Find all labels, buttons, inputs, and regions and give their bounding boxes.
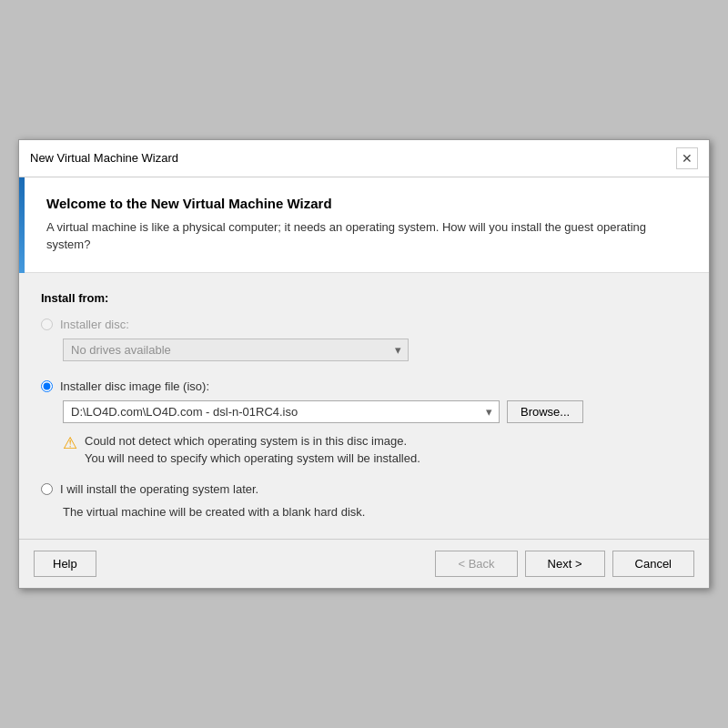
content-area: Install from: Installer disc: No drives … (19, 273, 709, 540)
button-bar: Help < Back Next > Cancel (19, 539, 709, 588)
later-radio-row: I will install the operating system late… (41, 482, 687, 496)
iso-label: Installer disc image file (iso): (60, 379, 209, 393)
header-section: Welcome to the New Virtual Machine Wizar… (19, 177, 709, 273)
install-later-option: I will install the operating system late… (41, 482, 687, 521)
title-bar: New Virtual Machine Wizard ✕ (19, 140, 709, 177)
nav-buttons: < Back Next > Cancel (435, 551, 694, 577)
next-button[interactable]: Next > (525, 551, 605, 577)
iso-input-row: Browse... (41, 400, 687, 423)
iso-path-input[interactable] (63, 400, 500, 423)
disc-dropdown-wrapper: No drives available (63, 339, 409, 361)
disc-dropdown-row: No drives available (63, 339, 687, 361)
cancel-button[interactable]: Cancel (612, 551, 694, 577)
installer-disc-radio[interactable] (41, 318, 53, 330)
later-description: The virtual machine will be created with… (63, 503, 687, 521)
dialog-inner: Welcome to the New Virtual Machine Wizar… (19, 177, 709, 273)
later-label: I will install the operating system late… (60, 482, 258, 496)
disc-dropdown[interactable]: No drives available (63, 339, 409, 361)
iso-input-wrapper (63, 400, 500, 423)
browse-button[interactable]: Browse... (507, 400, 583, 423)
blue-accent (19, 177, 25, 273)
dialog-title: New Virtual Machine Wizard (30, 151, 178, 165)
header-title: Welcome to the New Virtual Machine Wizar… (46, 196, 687, 211)
iso-file-option: Installer disc image file (iso): Browse.… (41, 379, 687, 468)
warning-icon: ⚠ (63, 433, 77, 453)
header-desc: A virtual machine is like a physical com… (46, 218, 687, 254)
help-button[interactable]: Help (34, 551, 96, 577)
warning-text: Could not detect which operating system … (85, 432, 420, 468)
later-radio[interactable] (41, 483, 53, 495)
close-button[interactable]: ✕ (676, 147, 698, 169)
install-from-label: Install from: (41, 291, 687, 305)
dialog-window: New Virtual Machine Wizard ✕ Welcome to … (18, 139, 710, 590)
installer-disc-option: Installer disc: No drives available (41, 318, 687, 361)
iso-radio[interactable] (41, 380, 53, 392)
installer-disc-label: Installer disc: (60, 318, 129, 331)
warning-row: ⚠ Could not detect which operating syste… (63, 432, 687, 468)
iso-radio-row: Installer disc image file (iso): (41, 379, 687, 393)
back-button[interactable]: < Back (435, 551, 517, 577)
installer-disc-radio-row: Installer disc: (41, 318, 687, 331)
